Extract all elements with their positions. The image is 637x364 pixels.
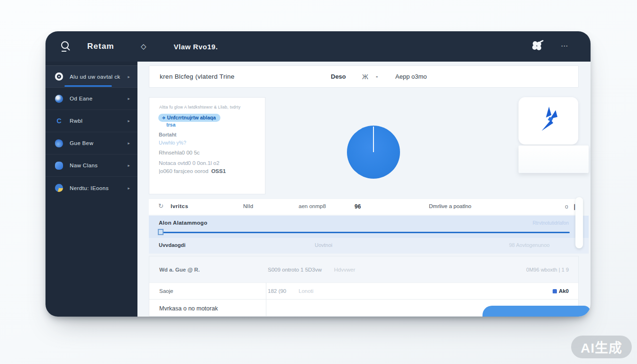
row-name: Saoje bbox=[159, 288, 173, 294]
bird-logo-icon bbox=[533, 104, 564, 138]
diamond-icon[interactable]: ◇ bbox=[141, 42, 146, 51]
info-line-4-text: |o060 farsjceo oorod bbox=[159, 168, 209, 174]
info-line-3: Notaca ovtd0 0 0on.1l o2 bbox=[159, 160, 219, 166]
ai-watermark: AI生成 bbox=[571, 336, 632, 358]
sidebar-item-label: Nerdtu: IEoons bbox=[70, 185, 109, 191]
sidebar-item-label: Naw Clans bbox=[70, 163, 98, 168]
header-dash: - bbox=[376, 73, 378, 80]
info-caption: Altta fu glow A lwtdkshtewxr & Lliab, tv… bbox=[159, 105, 240, 109]
refresh-icon[interactable]: ↻ bbox=[158, 202, 164, 209]
info-label: Bortaht bbox=[159, 132, 176, 137]
row-detail-faint: Lonoti bbox=[299, 288, 313, 294]
sidebar-item-3[interactable]: Gue Bew ▸ bbox=[46, 132, 137, 155]
header-action-deso[interactable]: Deso bbox=[331, 73, 346, 80]
pill-label: Unfcrrtnujrtw ablaqa bbox=[167, 115, 216, 120]
metric-value-3: 96 bbox=[355, 203, 361, 210]
pie-slice-full bbox=[347, 126, 400, 179]
nav-menu-item[interactable]: Vlaw Rvo19. bbox=[174, 43, 218, 51]
top-navbar: Retam ◇ Vlaw Rvo19. ⋮ bbox=[46, 31, 591, 62]
progress-handle[interactable] bbox=[158, 229, 164, 235]
sidebar-item-5[interactable]: Nerdtu: IEoons ▸ bbox=[46, 177, 137, 199]
row-right-value: Ak0 bbox=[553, 288, 569, 294]
table-row[interactable]: Saoje 182 (90Lonoti Ak0 bbox=[149, 282, 578, 299]
sidebar-item-1[interactable]: Od Eane ▸ bbox=[46, 88, 137, 110]
subrow-right: 98 Aovtogenunoo bbox=[509, 242, 550, 248]
chevron-right-icon: ▸ bbox=[127, 186, 130, 191]
pie-icon bbox=[55, 184, 63, 192]
info-line-4-value: OSS1 bbox=[211, 168, 226, 174]
info-value-link[interactable]: Uvwhlo y%? bbox=[159, 140, 186, 146]
metric-label-3: aen onmp8 bbox=[299, 203, 326, 209]
row-name: Mvrkasa o no motorak bbox=[159, 305, 218, 312]
row-name: Wd a. Gue @ R. bbox=[159, 267, 200, 273]
chevron-right-icon: ▸ bbox=[127, 141, 130, 146]
blob-icon bbox=[55, 162, 63, 170]
row-detail-main: 182 (90 bbox=[268, 288, 286, 294]
progress-bar[interactable] bbox=[159, 232, 570, 233]
pill-icon: ✈ bbox=[162, 116, 166, 120]
subrow-left: Uvvdaogdi bbox=[159, 242, 185, 248]
brand-title: Retam bbox=[87, 42, 114, 51]
table-column-divider bbox=[266, 282, 266, 316]
header-glyph-icon: Ж bbox=[362, 73, 368, 81]
row-right-text: Ak0 bbox=[559, 288, 569, 294]
primary-cta-button[interactable] bbox=[482, 306, 591, 317]
chevron-right-icon: ▸ bbox=[127, 96, 130, 101]
chevron-right-icon: ▸ bbox=[127, 163, 130, 168]
progress-title: Alon Alatammogo bbox=[159, 220, 207, 226]
sidebar-item-0[interactable]: Alu ud uw oavtal ck ▸ bbox=[46, 65, 137, 88]
letter-c-icon: C bbox=[55, 117, 63, 125]
subrow-center: Uovtnoi bbox=[315, 242, 332, 248]
chevron-right-icon: ▸ bbox=[127, 74, 130, 79]
metric-label-2: NIId bbox=[243, 203, 253, 209]
logo-card[interactable] bbox=[519, 97, 578, 145]
app-window: Retam ◇ Vlaw Rvo19. ⋮ Alu ud uw oavtal c… bbox=[46, 31, 591, 317]
sidebar-item-label: Od Eane bbox=[70, 96, 92, 101]
metric-o-icon[interactable]: o bbox=[565, 203, 568, 210]
row-right-value: 0M96 wboxth | 1 9 bbox=[526, 267, 569, 273]
sidebar-item-label: Gue Bew bbox=[70, 140, 93, 146]
circle-icon bbox=[55, 73, 63, 81]
info-line-2: Rhnsehla0 00 5c bbox=[159, 150, 200, 155]
info-card: Altta fu glow A lwtdkshtewxr & Lliab, tv… bbox=[149, 97, 265, 194]
lock-icon bbox=[553, 289, 557, 293]
progress-right-hint: Rtrvtnotutidrlafon bbox=[533, 220, 569, 226]
page-title: kren Blcfeg (vlaterd Trine bbox=[160, 73, 235, 80]
metric-label-1: Ivritcs bbox=[171, 203, 188, 209]
flower-icon[interactable] bbox=[530, 38, 544, 55]
header-action-secondary[interactable]: Aepp o3mo bbox=[395, 73, 427, 80]
pie-chart bbox=[347, 126, 400, 179]
globe-icon bbox=[55, 95, 63, 103]
highlighted-link-pill[interactable]: ✈Unfcrrtnujrtw ablaqa bbox=[158, 114, 220, 122]
table-row[interactable]: Wd a. Gue @ R. S009 ontroto 1 5D3vwHdvvw… bbox=[149, 256, 578, 282]
progress-subrow: Uvvdaogdi Uovtnoi 98 Aovtogenunoo bbox=[149, 238, 589, 254]
chevron-right-icon: ▸ bbox=[127, 118, 130, 123]
sidebar: Alu ud uw oavtal ck ▸ Od Eane ▸ C Rwbl ▸… bbox=[46, 62, 137, 317]
info-line-4: |o060 farsjceo oorodOSS1 bbox=[159, 168, 226, 174]
search-icon[interactable] bbox=[60, 40, 72, 53]
cloud-icon bbox=[55, 139, 63, 147]
pill-subtext[interactable]: trsa bbox=[166, 122, 175, 127]
metric-label-4: Dmrlive a poatlno bbox=[429, 203, 471, 209]
logo-sub-panel bbox=[519, 146, 589, 173]
sidebar-item-4[interactable]: Naw Clans ▸ bbox=[46, 155, 137, 177]
progress-section: Alon Alatammogo Rtrvtnotutidrlafon bbox=[149, 216, 589, 238]
kebab-menu-icon[interactable]: ⋮ bbox=[560, 43, 569, 51]
pie-divider-line bbox=[373, 127, 374, 152]
row-detail: S009 ontroto 1 5D3vwHdvvwer bbox=[268, 267, 355, 273]
content-header: kren Blcfeg (vlaterd Trine Deso Ж - Aepp… bbox=[149, 65, 579, 88]
row-detail-main: S009 ontroto 1 5D3vw bbox=[268, 267, 322, 273]
scrollbar-thumb[interactable] bbox=[575, 197, 583, 248]
sidebar-item-label: Alu ud uw oavtal ck bbox=[70, 74, 120, 80]
sidebar-item-2[interactable]: C Rwbl ▸ bbox=[46, 110, 137, 132]
row-detail: 182 (90Lonoti bbox=[268, 288, 313, 294]
metrics-row: ↻ Ivritcs NIId aen onmp8 96 Dmrlive a po… bbox=[149, 199, 583, 215]
row-detail-faint: Hdvvwer bbox=[334, 267, 355, 273]
sidebar-item-label: Rwbl bbox=[70, 118, 82, 124]
